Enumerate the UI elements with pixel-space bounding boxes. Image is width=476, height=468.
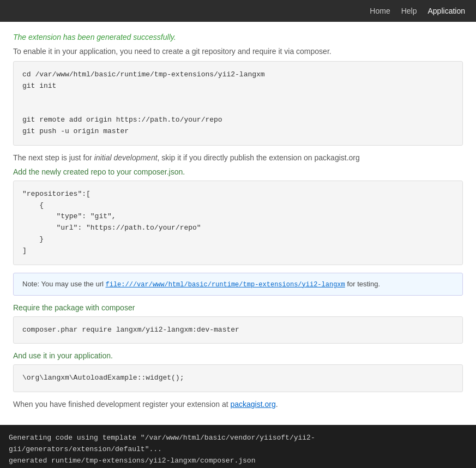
terminal-line: Generating code using template "/var/www… — [9, 433, 467, 455]
navbar-link-home[interactable]: Home — [370, 7, 390, 15]
require-label: Require the package with composer — [13, 303, 463, 312]
register-text: When you have finished development regis… — [13, 400, 463, 409]
main-content: The extension has been generated success… — [0, 22, 476, 425]
next-step-text: The next step is just for initial develo… — [13, 153, 463, 162]
navbar-links: Home Help Application — [370, 7, 465, 15]
enable-info: To enable it in your application, you ne… — [13, 47, 463, 56]
add-repo-label: Add the newly created repo to your compo… — [13, 167, 463, 176]
note-prefix: Note: You may use the url — [22, 280, 105, 288]
note-url-link[interactable]: file:///var/www/html/basic/runtime/tmp-e… — [105, 281, 345, 289]
note-suffix: for testing. — [345, 280, 380, 288]
code-block-git: cd /var/www/html/basic/runtime/tmp-exten… — [13, 61, 463, 146]
navbar-link-application[interactable]: Application — [428, 7, 466, 15]
next-step-suffix: , skip it if you directly publish the ex… — [158, 153, 360, 162]
note-block: Note: You may use the url file:///var/ww… — [13, 273, 463, 296]
code-block-json: "repositories":[ { "type": "git", "url":… — [13, 181, 463, 265]
terminal-line: generated runtime/tmp-extensions/yii2-la… — [9, 455, 467, 467]
use-label: And use it in your application. — [13, 351, 463, 360]
packagist-link[interactable]: packagist.org — [230, 400, 275, 409]
navbar: Home Help Application — [0, 0, 476, 22]
success-text: The extension has been generated success… — [13, 33, 463, 41]
code-block-use: \org\langxm\AutoloadExample::widget(); — [13, 364, 463, 392]
next-step-italic: initial development — [94, 153, 158, 162]
register-prefix: When you have finished development regis… — [13, 400, 230, 409]
navbar-link-help[interactable]: Help — [401, 7, 417, 15]
terminal: Generating code using template "/var/www… — [0, 425, 476, 468]
next-step-prefix: The next step is just for — [13, 153, 94, 162]
register-suffix: . — [276, 400, 278, 409]
code-block-composer: composer.phar require langxm/yii2-langxm… — [13, 316, 463, 344]
